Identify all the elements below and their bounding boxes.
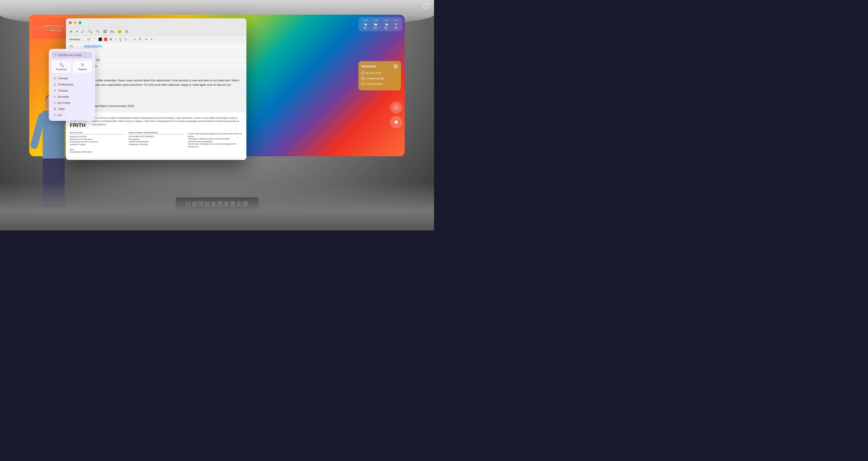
weather-item-3: 12 PM 🌤 66° <box>383 19 389 29</box>
weather-item-2: 11 AM ⛅ 62° <box>373 19 379 29</box>
weather-icon-2: ⛅ <box>373 22 378 26</box>
cv-duties-content: • Capture high-quality photographs to ac… <box>188 133 243 148</box>
rewrite-button[interactable]: ↻ Rewrite <box>73 61 92 73</box>
key-points-label: Key Points <box>58 101 70 104</box>
writing-tools-panel: ✦ Describe your change 🔍 Proofread ↻ Rew… <box>49 49 95 121</box>
weather-item-4: 1 PM ☀ 68° <box>394 19 398 29</box>
email-signature-name: Jenny Frith <box>70 98 243 102</box>
list-icon: ≡ <box>54 113 56 117</box>
list-btn[interactable]: ☰ <box>138 37 142 41</box>
stage-floor <box>0 182 434 231</box>
proofread-label: Proofread <box>56 68 67 71</box>
table-item[interactable]: ⊞ Table <box>52 106 92 112</box>
weather-item-1: 10 AM 🌤 59° <box>363 19 368 29</box>
chevron-down-icon[interactable]: ▾ <box>76 30 78 33</box>
cv-employment-col: EMPLOYMENT EXPERIENCE SEPTEMBER 2021–PRE… <box>129 129 183 153</box>
cv-bio: I am a third-year student undergraduate … <box>92 116 243 128</box>
fmt-divider-1 <box>83 37 84 41</box>
cv-education-col: EDUCATION Expected June 2024 BACHELOR OF… <box>70 129 125 153</box>
reminders-widget: Reminders 3 Buy film (120) Scholarship A… <box>359 61 401 90</box>
rewrite-label: Rewrite <box>79 68 87 71</box>
zoom-button[interactable] <box>79 21 82 24</box>
to-label: To: <box>70 45 81 48</box>
list-item[interactable]: ≡ List <box>52 112 92 118</box>
email-greeting: Dear Ms. Herbst, <box>70 73 243 77</box>
concise-icon: ✛ <box>54 89 56 92</box>
reminders-title: Reminders <box>361 65 376 68</box>
underline-btn[interactable]: U <box>119 38 122 41</box>
cv-employment-content: SEPTEMBER 2021–PRESENT Photographer CAMP… <box>129 136 183 146</box>
svg-point-1 <box>395 120 398 124</box>
send-icon[interactable]: ➤ <box>70 30 73 33</box>
cv-employment-title: EMPLOYMENT EXPERIENCE <box>129 132 183 135</box>
reminder-circle-3 <box>361 82 365 85</box>
cv-education-title: EDUCATION <box>70 132 125 135</box>
font-icon[interactable]: Aa <box>110 30 114 33</box>
sparkle-icon: ✦ <box>54 53 57 57</box>
proofread-icon: 🔍 <box>59 62 64 67</box>
key-points-item[interactable]: ≡ Key Points <box>52 99 92 106</box>
cv-education-content: Expected June 2024 BACHELOR OF FINE ARTS… <box>70 136 125 153</box>
font-size-stepper[interactable]: ⌃ <box>93 37 97 41</box>
proofread-button[interactable]: 🔍 Proofread <box>52 61 71 73</box>
strikethrough-btn[interactable]: S <box>124 38 127 41</box>
email-signature-dept: Dept. of Journalism and Mass Communicati… <box>70 104 243 108</box>
reminder-text-3: Call Dominique <box>366 83 383 85</box>
bold-btn[interactable]: B <box>109 38 113 41</box>
window-titlebar <box>66 18 246 27</box>
color-swatch-dark[interactable] <box>98 38 102 41</box>
attachment-icon[interactable]: 📎 <box>96 30 100 33</box>
font-size-btn[interactable]: 12 <box>86 38 91 41</box>
cv-duties-col: • Capture high-quality photographs to ac… <box>188 129 243 153</box>
siri-button[interactable] <box>390 101 402 114</box>
reminder-circle-2 <box>361 77 365 80</box>
close-button[interactable] <box>69 21 72 24</box>
more-icon[interactable]: ⊞ <box>125 30 128 33</box>
reminder-item-3: Call Dominique <box>361 82 398 85</box>
summary-label: Summary <box>58 95 69 98</box>
weather-icon-1: 🌤 <box>364 22 367 26</box>
reminder-text-1: Buy film (120) <box>366 72 381 75</box>
calendar-day: SUNDAY, JUN 16 <box>43 25 64 27</box>
weather-icon-4: ☀ <box>395 22 398 26</box>
reminder-circle-1 <box>361 71 365 75</box>
to-value: Andi Herbst <box>85 45 98 48</box>
friendly-icon: ◎ <box>54 77 56 80</box>
italic-btn[interactable]: I <box>115 38 117 41</box>
concise-item[interactable]: ✛ Concise <box>52 87 92 93</box>
record-button[interactable] <box>390 116 402 128</box>
summary-item[interactable]: ≡ Summary <box>52 93 92 99</box>
indent-btn[interactable]: ⇥ <box>144 37 148 41</box>
to-chip[interactable]: Andi Herbst ▾ <box>83 44 103 48</box>
describe-placeholder: Describe your change <box>58 54 82 56</box>
friendly-label: Friendly <box>58 77 68 80</box>
reminder-text-2: Scholarship App... <box>366 77 386 80</box>
info-button[interactable]: i <box>423 3 429 9</box>
professional-icon: ◎ <box>54 83 56 86</box>
font-name-label[interactable]: Helvetica <box>69 38 80 41</box>
side-icons <box>390 101 402 128</box>
align-btn[interactable]: ≡ <box>133 38 136 41</box>
concise-label: Concise <box>58 89 68 92</box>
search-icon[interactable]: 🔍 <box>88 30 92 33</box>
cv-columns: EDUCATION Expected June 2024 BACHELOR OF… <box>70 129 243 153</box>
reminder-item-2: Scholarship App... <box>361 77 398 80</box>
compose-icon[interactable]: 🖊 <box>81 30 85 33</box>
minimize-button[interactable] <box>74 21 76 24</box>
friendly-item[interactable]: ◎ Friendly <box>52 75 92 81</box>
proofread-rewrite-row: 🔍 Proofread ↻ Rewrite <box>52 61 92 73</box>
table-label: Table <box>58 108 65 110</box>
mail-toolbar: ➤ ▾ 🖊 🔍 📎 🖼 Aa 😊 ⊞ <box>66 27 246 36</box>
photos-icon[interactable]: 🖼 <box>103 30 106 33</box>
email-body-text: Nice to meet you for coffee yesterday. S… <box>70 78 243 91</box>
professional-item[interactable]: ◎ Professional <box>52 81 92 87</box>
rewrite-icon: ↻ <box>81 62 84 67</box>
info-icon: i <box>426 4 427 8</box>
chip-arrow: ▾ <box>99 45 101 48</box>
formatting-bar: Helvetica 12 ⌃ B I U S ≡ ☰ ⇥ ✦ <box>66 36 246 43</box>
describe-change-field[interactable]: ✦ Describe your change <box>52 52 92 58</box>
reminders-count: 3 <box>393 64 398 69</box>
more-format-btn[interactable]: ✦ <box>150 37 153 41</box>
emoji-icon[interactable]: 😊 <box>118 30 122 33</box>
color-swatch-red[interactable] <box>104 38 107 41</box>
